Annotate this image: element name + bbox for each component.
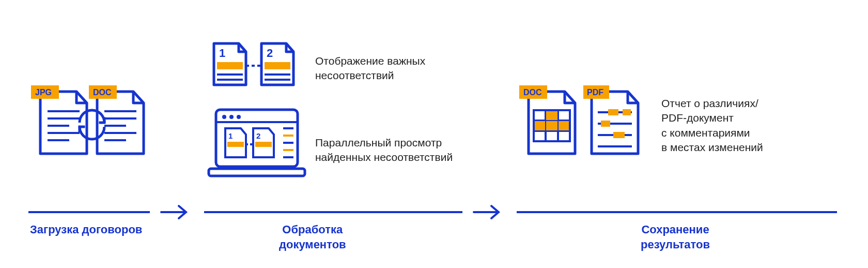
svg-point-21 (222, 115, 226, 119)
svg-rect-35 (209, 169, 305, 176)
svg-rect-44 (546, 121, 557, 130)
stage-upload: JPG DOC (31, 85, 150, 175)
stage3-underline (517, 211, 837, 213)
badge-jpg-text: JPG (35, 88, 52, 97)
stage2-caption: Обработка документов (279, 222, 346, 252)
save-badge-pdf: PDF (587, 88, 603, 97)
save-icon: DOC PDF (519, 85, 648, 175)
arrow-1-2 (160, 203, 190, 221)
save-badge-doc: DOC (523, 88, 542, 97)
stage1-caption: Загрузка договоров (30, 222, 142, 237)
process-bottom-icon: 1 2 (207, 108, 307, 187)
svg-rect-16 (265, 62, 290, 69)
svg-rect-28 (255, 142, 272, 147)
svg-rect-45 (559, 121, 569, 130)
stage1-underline (28, 211, 150, 213)
save-desc: Отчет о различиях/ PDF-документ с коммен… (661, 96, 763, 155)
svg-rect-51 (601, 121, 610, 127)
svg-rect-26 (227, 142, 244, 147)
upload-compare-icon: JPG DOC (31, 85, 150, 173)
svg-rect-48 (608, 109, 618, 115)
svg-rect-42 (546, 111, 557, 120)
svg-rect-53 (613, 132, 625, 138)
doc-num-1: 1 (219, 47, 225, 59)
svg-rect-13 (217, 62, 243, 69)
svg-rect-49 (623, 109, 631, 115)
process-bottom-desc: Параллельный просмотр найденных несоотве… (315, 136, 453, 165)
process-top-desc: Отображение важных несоответствий (315, 54, 425, 83)
process-top-icon: 1 2 (212, 41, 300, 95)
stage2-underline (204, 211, 462, 213)
svg-text:2: 2 (256, 131, 260, 140)
badge-doc-text: DOC (93, 88, 112, 97)
stage3-caption: Сохранение результатов (641, 222, 710, 252)
doc-num-2: 2 (267, 47, 273, 59)
svg-rect-43 (535, 121, 545, 130)
svg-text:1: 1 (228, 131, 233, 140)
svg-point-23 (237, 115, 241, 119)
arrow-2-3 (473, 203, 503, 221)
svg-point-22 (229, 115, 234, 119)
